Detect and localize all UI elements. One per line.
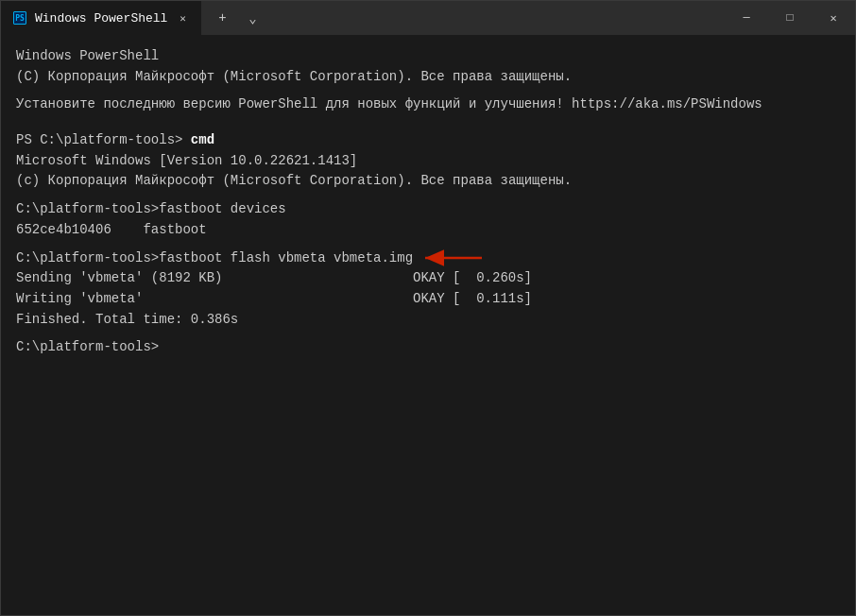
line-16b: OKAY [ 0.111s] xyxy=(413,289,532,310)
line-3 xyxy=(16,87,840,94)
line-17: Finished. Total time: 0.386s xyxy=(16,310,840,331)
line-8: Microsoft Windows [Version 10.0.22621.14… xyxy=(16,151,840,172)
tab-powershell[interactable]: PS Windows PowerShell ✕ xyxy=(1,1,201,35)
line-14-container: C:\platform-tools>fastboot flash vbmeta … xyxy=(16,248,840,269)
new-tab-button[interactable]: + xyxy=(209,5,235,31)
terminal-body[interactable]: Windows PowerShell (С) Корпорация Майкро… xyxy=(1,35,855,615)
line-18 xyxy=(16,330,840,337)
line-15b: OKAY [ 0.260s] xyxy=(413,268,532,289)
line-15a: Sending 'vbmeta' (8192 KB) xyxy=(16,268,413,289)
cmd-text: cmd xyxy=(191,132,214,147)
powershell-tab-icon: PS xyxy=(12,10,27,26)
red-arrow-icon xyxy=(420,248,487,267)
line-6 xyxy=(16,123,840,130)
line-13 xyxy=(16,241,840,248)
tab-close-button[interactable]: ✕ xyxy=(175,10,190,26)
powershell-window: PS Windows PowerShell ✕ + ⌄ ─ □ ✕ Window… xyxy=(0,0,856,616)
line-9: (с) Корпорация Майкрософт (Microsoft Cor… xyxy=(16,171,840,192)
titlebar: PS Windows PowerShell ✕ + ⌄ ─ □ ✕ xyxy=(1,1,855,35)
ps-icon: PS xyxy=(13,11,26,25)
tab-dropdown-button[interactable]: ⌄ xyxy=(239,5,265,31)
line-12: 652ce4b10406 fastboot xyxy=(16,220,840,241)
line-10 xyxy=(16,192,840,199)
sending-line: Sending 'vbmeta' (8192 KB) OKAY [ 0.260s… xyxy=(16,268,840,289)
line-7: PS C:\platform-tools> cmd xyxy=(16,130,840,151)
line-16a: Writing 'vbmeta' xyxy=(16,289,413,310)
tab-controls: + ⌄ xyxy=(201,1,273,35)
tab-area: PS Windows PowerShell ✕ + ⌄ xyxy=(1,1,725,35)
line-11: C:\platform-tools>fastboot devices xyxy=(16,199,840,220)
line-19: C:\platform-tools> xyxy=(16,337,840,358)
maximize-button[interactable]: □ xyxy=(768,1,812,35)
window-controls: ─ □ ✕ xyxy=(725,1,855,35)
line-5 xyxy=(16,115,840,123)
line-4: Установите последнюю версию PowerShell д… xyxy=(16,94,840,115)
line-2: (С) Корпорация Майкрософт (Microsoft Cor… xyxy=(16,67,840,88)
writing-line: Writing 'vbmeta' OKAY [ 0.111s] xyxy=(16,289,840,310)
minimize-button[interactable]: ─ xyxy=(725,1,768,35)
line-1: Windows PowerShell xyxy=(16,46,840,67)
tab-label: Windows PowerShell xyxy=(35,11,167,26)
line-14: C:\platform-tools>fastboot flash vbmeta … xyxy=(16,248,413,269)
close-window-button[interactable]: ✕ xyxy=(812,1,855,35)
